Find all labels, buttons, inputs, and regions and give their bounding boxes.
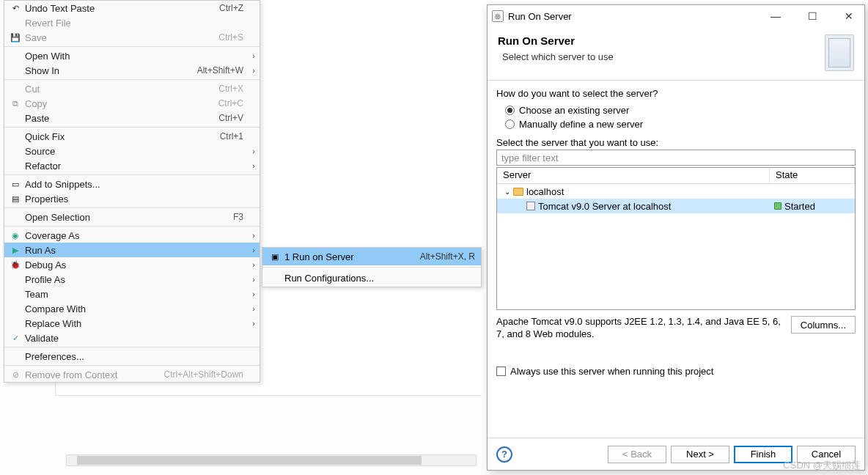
submenu-arrow-icon: › [246, 319, 255, 328]
submenu-accel: Alt+Shift+X, R [420, 251, 475, 262]
menu-accel: Alt+Shift+W [197, 65, 246, 76]
maximize-button[interactable]: ☐ [801, 7, 823, 25]
▭-icon: ▭ [9, 178, 22, 190]
filter-placeholder: type filter text [501, 152, 558, 163]
submenu-arrow-icon: › [246, 66, 255, 75]
submenu-arrow-icon: › [246, 304, 255, 313]
filter-input[interactable]: type filter text [496, 150, 856, 166]
menu-label: Debug As [22, 259, 246, 270]
menu-item[interactable]: ◉Coverage As› [4, 228, 260, 243]
menu-label: Properties [22, 194, 246, 205]
menu-item[interactable]: Preferences... [4, 349, 260, 364]
columns-button[interactable]: Columns... [791, 316, 856, 334]
menu-label: Refactor [22, 161, 246, 172]
server-tree[interactable]: Server State ⌄ localhost [496, 167, 856, 310]
tree-host-row[interactable]: ⌄ localhost [497, 184, 855, 199]
eclipse-icon: ◎ [492, 10, 504, 22]
blank-icon [9, 211, 22, 223]
server-icon [526, 202, 535, 210]
blank-icon [9, 350, 22, 362]
state-label: Started [784, 201, 815, 212]
menu-label: Revert File [22, 18, 246, 29]
menu-item[interactable]: Source› [4, 144, 260, 158]
menu-accel: Ctrl+X [218, 84, 246, 94]
started-icon [774, 202, 781, 210]
blank-icon [9, 130, 22, 142]
radio-label: Manually define a new server [519, 119, 643, 130]
menu-item[interactable]: ▤Properties [4, 191, 260, 206]
minimize-button[interactable]: — [765, 7, 787, 25]
menu-item[interactable]: PasteCtrl+V [4, 111, 260, 125]
col-state[interactable]: State [770, 168, 855, 183]
blank-icon [9, 288, 22, 300]
blank-icon [9, 303, 22, 314]
menu-item[interactable]: ✓Validate [4, 331, 260, 345]
✓-icon: ✓ [9, 332, 22, 344]
menu-item[interactable]: ▭Add to Snippets... [4, 177, 260, 191]
radio-icon [505, 119, 515, 129]
menu-item: CutCtrl+X [4, 81, 260, 96]
col-server[interactable]: Server [497, 168, 770, 183]
radio-label: Choose an existing server [519, 105, 629, 116]
blank-icon [9, 317, 22, 329]
header-subtitle: Select which server to use [498, 51, 819, 62]
submenu-item[interactable]: Run Configurations... [262, 269, 481, 287]
submenu-arrow-icon: › [246, 260, 255, 269]
↶-icon: ↶ [9, 2, 22, 14]
menu-label: Open Selection [22, 212, 233, 223]
submenu-arrow-icon: › [246, 290, 255, 298]
radio-existing-server[interactable]: Choose an existing server [496, 103, 856, 117]
checkbox-icon [496, 367, 506, 376]
menu-label: Team [22, 289, 246, 300]
menu-label: Profile As [22, 274, 246, 285]
◉-icon: ◉ [9, 229, 22, 241]
next-button[interactable]: Next > [671, 446, 729, 463]
⧉-icon: ⧉ [9, 97, 22, 109]
run-on-server-dialog: ◎ Run On Server — ☐ ✕ Run On Server Sele… [487, 4, 865, 471]
tree-header: Server State [497, 168, 855, 184]
menu-item[interactable]: ↶Undo Text PasteCtrl+Z [4, 1, 260, 15]
menu-item[interactable]: Team› [4, 287, 260, 301]
blank-icon [9, 273, 22, 285]
menu-label: Copy [22, 98, 218, 109]
menu-item[interactable]: ▶Run As› [4, 243, 260, 257]
menu-item[interactable]: Quick FixCtrl+1 [4, 129, 260, 144]
checkbox-label: Always use this server when running this… [510, 366, 713, 377]
submenu-arrow-icon: › [246, 231, 255, 240]
always-use-checkbox[interactable]: Always use this server when running this… [496, 366, 856, 377]
menu-label: Source [22, 146, 246, 157]
submenu-arrow-icon: › [246, 51, 255, 60]
help-button[interactable]: ? [496, 446, 512, 463]
submenu-label: Run Configurations... [282, 273, 475, 284]
menu-item[interactable]: Show InAlt+Shift+W› [4, 63, 260, 78]
radio-icon [505, 106, 515, 115]
menu-label: Add to Snippets... [22, 179, 246, 190]
horizontal-scrollbar[interactable] [66, 454, 477, 466]
selection-question: How do you want to select the server? [496, 88, 856, 99]
tree-server-row[interactable]: Tomcat v9.0 Server at localhost Started [497, 199, 855, 213]
close-button[interactable]: ✕ [838, 7, 860, 25]
menu-item[interactable]: Open With› [4, 48, 260, 63]
menu-accel: Ctrl+Alt+Shift+Down [164, 369, 246, 380]
radio-manual-server[interactable]: Manually define a new server [496, 117, 856, 131]
menu-item[interactable]: Refactor› [4, 158, 260, 173]
server-image-icon [825, 34, 854, 71]
menu-item[interactable]: Open SelectionF3 [4, 210, 260, 224]
select-server-label: Select the server that you want to use: [496, 137, 856, 148]
expand-icon[interactable]: ⌄ [501, 188, 513, 196]
menu-label: Open With [22, 51, 246, 62]
menu-label: Paste [22, 113, 218, 124]
menu-item[interactable]: Compare With› [4, 301, 260, 316]
menu-item[interactable]: Replace With› [4, 316, 260, 331]
menu-item[interactable]: 🐞Debug As› [4, 257, 260, 272]
submenu-item[interactable]: ▣1 Run on ServerAlt+Shift+X, R [262, 248, 481, 265]
menu-label: Remove from Context [22, 369, 164, 380]
back-button[interactable]: < Back [608, 446, 666, 463]
menu-accel: F3 [233, 212, 246, 222]
dialog-titlebar[interactable]: ◎ Run On Server — ☐ ✕ [488, 5, 864, 27]
menu-item[interactable]: Profile As› [4, 272, 260, 287]
menu-label: Undo Text Paste [22, 3, 219, 14]
run-as-submenu: ▣1 Run on ServerAlt+Shift+X, RRun Config… [262, 247, 482, 287]
menu-label: Compare With [22, 303, 246, 314]
menu-label: Cut [22, 84, 218, 95]
